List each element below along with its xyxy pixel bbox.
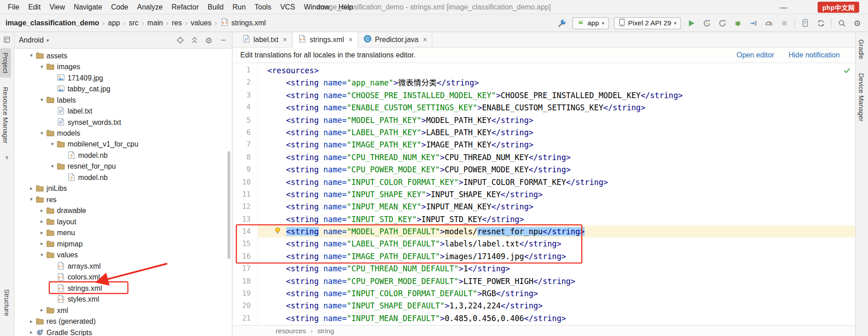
tree-item-menu[interactable]: ▸menu <box>14 227 232 238</box>
code-lines[interactable]: <resources> <string name="app_name">微表情分… <box>258 63 855 325</box>
tab-predictor-java[interactable]: CPredictor.java× <box>358 32 433 47</box>
run-config-select[interactable]: app ▾ <box>572 17 609 29</box>
device-select[interactable]: Pixel 2 API 29 ▾ <box>614 17 681 29</box>
breadcrumb-app[interactable]: app <box>108 19 120 27</box>
debug-button[interactable] <box>732 18 743 28</box>
search-everywhere-button[interactable] <box>836 18 847 28</box>
code-line-4[interactable]: <string name="ENABLE_CUSTOM_SETTINGS_KEY… <box>258 101 855 114</box>
code-line-1[interactable]: <resources> <box>258 64 855 76</box>
tree-item-colors-xml[interactable]: colors.xml <box>14 271 232 282</box>
code-line-3[interactable]: <string name="CHOOSE_PRE_INSTALLED_MODEL… <box>258 89 855 101</box>
menu-analyze[interactable]: Analyze <box>133 3 167 11</box>
close-tab-icon[interactable]: × <box>283 35 287 43</box>
menu-help[interactable]: Help <box>334 3 358 11</box>
editor-breadcrumb-resources[interactable]: resources <box>276 327 306 335</box>
stop-button[interactable] <box>779 18 789 28</box>
tree-item-styles-xml[interactable]: styles.xml <box>14 293 232 304</box>
project-tool-icon[interactable] <box>3 35 10 45</box>
tree-item-label-txt[interactable]: label.txt <box>14 105 232 116</box>
code-line-15[interactable]: <string name="LABEL_PATH_DEFAULT">labels… <box>258 238 855 250</box>
code-line-21[interactable]: <string name="INPUT_MEAN_DEFAULT">0.485,… <box>258 312 855 324</box>
tree-item-model-nb[interactable]: ?model.nb <box>14 150 232 161</box>
code-line-18[interactable]: <string name="CPU_POWER_MODE_DEFAULT">LI… <box>258 275 855 287</box>
chevron-expanded-icon[interactable]: ▾ <box>49 163 56 169</box>
menu-edit[interactable]: Edit <box>24 3 45 11</box>
code-line-12[interactable]: <string name="INPUT_MEAN_KEY">INPUT_MEAN… <box>258 201 855 213</box>
chevron-expanded-icon[interactable]: ▾ <box>38 130 45 136</box>
menu-navigate[interactable]: Navigate <box>69 3 106 11</box>
device-file-explorer-button[interactable] <box>800 18 810 28</box>
close-tab-icon[interactable]: × <box>423 35 427 43</box>
close-tab-icon[interactable]: × <box>349 35 353 43</box>
menu-refactor[interactable]: Refactor <box>167 3 203 11</box>
breadcrumb-main[interactable]: main <box>147 19 163 27</box>
tree-item-images[interactable]: ▾images <box>14 61 232 72</box>
chevron-collapsed-icon[interactable]: ▸ <box>38 208 45 213</box>
editor-breadcrumb-string[interactable]: string <box>317 327 334 335</box>
pin-icon[interactable] <box>4 154 10 164</box>
chevron-collapsed-icon[interactable]: ▸ <box>38 219 45 224</box>
minimize-button[interactable]: — <box>780 3 788 12</box>
tree-item-drawable[interactable]: ▸drawable <box>14 205 232 216</box>
collapse-all-button[interactable] <box>190 36 199 45</box>
code-line-10[interactable]: <string name="INPUT_COLOR_FORMAT_KEY">IN… <box>258 176 855 188</box>
locate-file-button[interactable] <box>175 36 184 45</box>
tree-item-assets[interactable]: ▾assets <box>14 50 232 61</box>
open-editor-link[interactable]: Open editor <box>736 51 774 59</box>
inspections-ok-icon[interactable] <box>843 66 851 76</box>
panel-settings-gear-icon[interactable]: ⚙ <box>204 36 213 45</box>
project-view-selector[interactable]: Android ▾ <box>19 36 49 44</box>
apply-changes-button[interactable] <box>701 18 712 28</box>
tree-item-labels[interactable]: ▾labels <box>14 94 232 105</box>
chevron-collapsed-icon[interactable]: ▸ <box>38 241 45 246</box>
code-line-20[interactable]: <string name="INPUT_SHAPE_DEFAULT">1,3,2… <box>258 300 855 312</box>
tree-item-tabby-cat-jpg[interactable]: tabby_cat.jpg <box>14 83 232 94</box>
breadcrumb-res[interactable]: res <box>172 19 182 27</box>
tool-button-project[interactable]: Project <box>0 48 11 78</box>
breadcrumb-image-classification-demo[interactable]: image_classification_demo <box>5 19 99 27</box>
tree-item-gradle-scripts[interactable]: ▸Gradle Scripts <box>14 327 232 336</box>
tree-item-res[interactable]: ▾res <box>14 194 232 205</box>
tree-item-layout[interactable]: ▸layout <box>14 216 232 227</box>
menu-window[interactable]: Window <box>299 3 334 11</box>
breadcrumb-strings-xml[interactable]: strings.xml <box>220 18 266 28</box>
code-line-14[interactable]: <string name="MODEL_PATH_DEFAULT">models… <box>258 225 855 237</box>
chevron-collapsed-icon[interactable]: ▸ <box>28 185 35 191</box>
build-hammer-icon[interactable] <box>557 18 567 28</box>
tree-item-model-nb[interactable]: ?model.nb <box>14 172 232 183</box>
chevron-collapsed-icon[interactable]: ▸ <box>28 318 35 324</box>
tree-item-jnilibs[interactable]: ▸jniLibs <box>14 183 232 194</box>
code-line-17[interactable]: <string name="CPU_THREAD_NUM_DEFAULT">1<… <box>258 263 855 275</box>
code-line-11[interactable]: <string name="INPUT_SHAPE_KEY">INPUT_SHA… <box>258 188 855 200</box>
tool-button-device-manager[interactable]: Device Manager <box>856 69 867 126</box>
tab-label-txt[interactable]: label.txt× <box>237 32 292 47</box>
code-line-13[interactable]: <string name="INPUT_STD_KEY">INPUT_STD_K… <box>258 213 855 225</box>
code-line-19[interactable]: <string name="INPUT_COLOR_FORMAT_DEFAULT… <box>258 288 855 300</box>
code-line-9[interactable]: <string name="CPU_POWER_MODE_KEY">CPU_PO… <box>258 163 855 175</box>
intention-bulb-icon[interactable] <box>274 227 282 235</box>
chevron-collapsed-icon[interactable]: ▸ <box>38 308 45 313</box>
code-line-16[interactable]: <string name="IMAGE_PATH_DEFAULT">images… <box>258 250 855 262</box>
tab-strings-xml[interactable]: strings.xml× <box>292 32 358 47</box>
tree-item-mobilenet-v1-for-cpu[interactable]: ▾mobilenet_v1_for_cpu <box>14 138 232 149</box>
tree-item-xml[interactable]: ▸xml <box>14 304 232 315</box>
profile-button[interactable] <box>764 18 774 28</box>
run-button[interactable] <box>686 18 696 28</box>
tool-button-structure[interactable]: Structure <box>1 285 12 321</box>
tree-item-values[interactable]: ▾values <box>14 249 232 260</box>
chevron-expanded-icon[interactable]: ▾ <box>38 97 45 102</box>
menu-view[interactable]: View <box>45 3 70 11</box>
code-line-2[interactable]: <string name="app_name">微表情分类</string> <box>258 76 855 89</box>
tree-item-arrays-xml[interactable]: arrays.xml <box>14 260 232 271</box>
scrollbar-thumb[interactable] <box>227 151 230 259</box>
settings-gear-icon[interactable]: ⚙ <box>852 18 862 28</box>
sync-project-button[interactable] <box>816 18 826 28</box>
menu-code[interactable]: Code <box>107 3 133 11</box>
tree-item-mipmap[interactable]: ▸mipmap <box>14 238 232 249</box>
code-line-5[interactable]: <string name="MODEL_PATH_KEY">MODEL_PATH… <box>258 114 855 126</box>
chevron-expanded-icon[interactable]: ▾ <box>28 197 35 202</box>
tree-item-res-generated[interactable]: ▸res (generated) <box>14 316 232 327</box>
chevron-collapsed-icon[interactable]: ▸ <box>38 230 45 235</box>
breadcrumb-values[interactable]: values <box>191 19 212 27</box>
code-line-7[interactable]: <string name="IMAGE_PATH_KEY">IMAGE_PATH… <box>258 139 855 151</box>
